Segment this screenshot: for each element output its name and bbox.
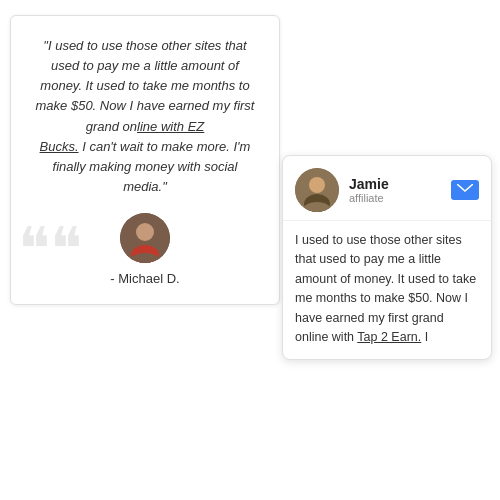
right-avatar	[295, 168, 339, 212]
message-end: I	[421, 330, 428, 344]
mail-icon[interactable]	[451, 180, 479, 200]
svg-point-1	[136, 223, 154, 241]
right-user-info: Jamie affiliate	[349, 176, 441, 204]
right-testimonial-card: Jamie affiliate I used to use those othe…	[282, 155, 492, 360]
right-user-role: affiliate	[349, 192, 441, 204]
message-link: Tap 2 Earn.	[357, 330, 421, 344]
message-start: I used to use those other sites that use…	[295, 233, 476, 344]
right-user-name: Jamie	[349, 176, 441, 192]
svg-point-5	[309, 177, 325, 193]
right-message-body: I used to use those other sites that use…	[283, 221, 491, 359]
left-avatar	[120, 213, 170, 263]
left-quote-text: "I used to use those other sites that us…	[29, 36, 261, 197]
right-card-header: Jamie affiliate	[283, 156, 491, 221]
quote-end: I can't wait to make more. I'm finally m…	[53, 139, 251, 194]
right-message-text: I used to use those other sites that use…	[295, 231, 479, 347]
decorative-quotes: ❝❝	[18, 220, 82, 280]
